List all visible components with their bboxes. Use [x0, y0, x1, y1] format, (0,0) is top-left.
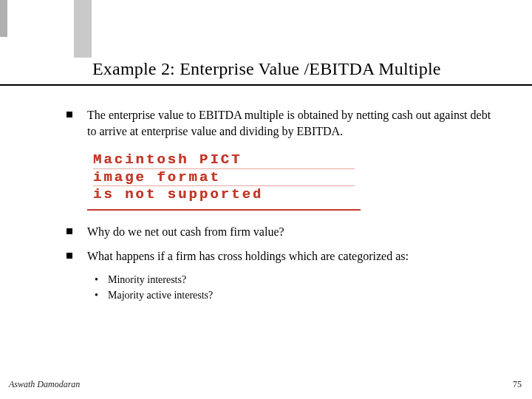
sub-bullet-text: Minority interests? — [108, 274, 186, 285]
dot-bullet-icon: • — [95, 273, 98, 287]
placeholder-line: image format — [93, 170, 355, 187]
title-underline — [0, 84, 532, 86]
decor-bar-large — [74, 0, 92, 58]
bullet-item: What happens if a firm has cross holding… — [66, 248, 502, 265]
footer-page-number: 75 — [513, 379, 522, 390]
sub-bullet-text: Majority active interests? — [108, 290, 213, 301]
square-bullet-icon — [66, 228, 72, 234]
bullet-text: The enterprise value to EBITDA multiple … — [87, 109, 491, 137]
decor-bar-small — [0, 0, 7, 37]
bullet-item: Why do we net out cash from firm value? — [66, 224, 502, 240]
square-bullet-icon — [66, 112, 72, 117]
slide: Example 2: Enterprise Value /EBITDA Mult… — [0, 0, 532, 399]
placeholder-line: Macintosh PICT — [93, 152, 355, 169]
placeholder-line: is not supported — [93, 187, 355, 203]
sub-bullet-item: • Minority interests? — [66, 273, 502, 287]
footer-author: Aswath Damodaran — [9, 379, 80, 390]
slide-title: Example 2: Enterprise Value /EBITDA Mult… — [92, 59, 514, 79]
sub-bullet-item: • Majority active interests? — [66, 289, 502, 303]
bullet-text: Why do we net out cash from firm value? — [87, 225, 284, 238]
missing-image-placeholder: Macintosh PICT image format is not suppo… — [87, 148, 361, 211]
title-wrap: Example 2: Enterprise Value /EBITDA Mult… — [92, 59, 514, 79]
square-bullet-icon — [66, 253, 72, 259]
bullet-item: The enterprise value to EBITDA multiple … — [66, 107, 502, 139]
slide-body: The enterprise value to EBITDA multiple … — [66, 107, 502, 304]
dot-bullet-icon: • — [95, 289, 98, 303]
bullet-text: What happens if a firm has cross holding… — [87, 250, 409, 262]
